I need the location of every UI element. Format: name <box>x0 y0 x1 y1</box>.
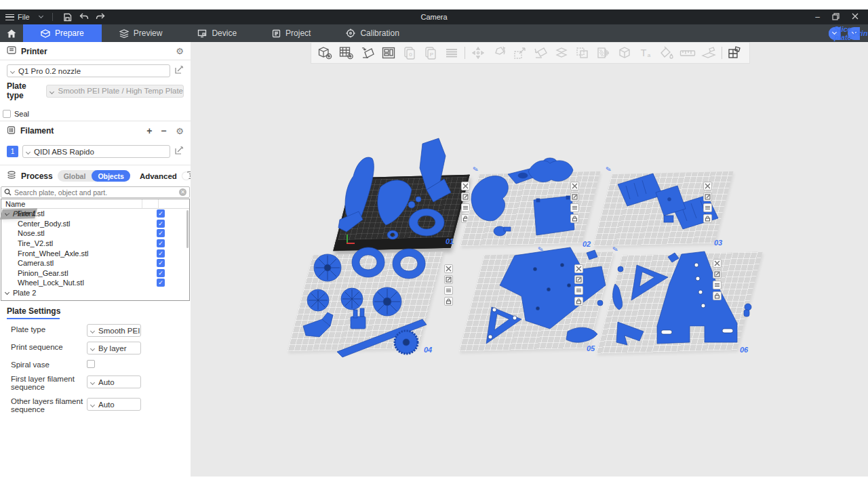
printer-settings-gear-icon[interactable]: ⚙ <box>176 46 184 56</box>
plate-03-edit-icon[interactable]: ✎ <box>605 165 612 173</box>
search-input[interactable] <box>14 188 176 197</box>
search-bar[interactable]: ✕ <box>1 186 190 198</box>
add-filament-button[interactable]: + <box>144 125 154 136</box>
plate-03-label[interactable]: 03 <box>714 239 722 247</box>
save-icon[interactable] <box>62 12 73 22</box>
ps-first-layer-select[interactable]: Auto <box>87 375 141 388</box>
process-mode-global[interactable]: Global <box>58 172 92 180</box>
seal-checkbox[interactable] <box>3 110 11 118</box>
delete-plate-icon[interactable] <box>713 259 722 268</box>
remove-filament-button[interactable]: − <box>159 125 168 136</box>
edit-filament-icon[interactable] <box>174 146 184 157</box>
edit-plate-icon[interactable] <box>570 192 579 201</box>
lock-plate-icon[interactable] <box>703 214 712 223</box>
restore-button[interactable] <box>832 13 840 22</box>
add-plate-icon[interactable] <box>338 45 355 61</box>
printable-checkbox[interactable]: ✓ <box>157 279 165 287</box>
plate-04-label[interactable]: 04 <box>424 346 432 354</box>
plate-02-label[interactable]: 02 <box>583 240 591 248</box>
printable-checkbox[interactable]: ✓ <box>157 229 165 237</box>
advanced-label: Advanced <box>140 172 177 180</box>
ps-print-sequence-select[interactable]: By layer <box>87 342 141 354</box>
tree-row[interactable]: Wheel_Lock_Nut.stl ✓ <box>1 278 189 288</box>
filament-slot-badge[interactable]: 1 <box>7 146 18 157</box>
tree-row[interactable]: Camera.stl ✓ <box>1 258 189 268</box>
tree-row[interactable]: Center_Body.stl ✓ <box>1 219 189 229</box>
edit-plate-icon[interactable] <box>574 275 583 284</box>
plate-05-edit-icon[interactable]: ✎ <box>537 245 544 253</box>
tree-scrollbar[interactable] <box>186 210 189 248</box>
plate-05-bed[interactable] <box>459 252 614 352</box>
home-button[interactable] <box>0 24 23 42</box>
printable-checkbox[interactable]: ✓ <box>157 209 165 218</box>
slice-plate-button[interactable]: Slice plate <box>829 27 841 40</box>
process-mode-objects[interactable]: Objects <box>92 170 130 182</box>
3d-viewport[interactable]: 0 P Ta <box>191 42 868 476</box>
undo-icon[interactable] <box>79 12 90 22</box>
delete-plate-icon[interactable] <box>570 182 579 190</box>
edit-plate-icon[interactable] <box>444 275 453 284</box>
plate-05-label[interactable]: 05 <box>587 344 595 352</box>
tree-row[interactable]: Front_Wheel_Axle.stl ✓ <box>1 248 189 258</box>
assembly-view-icon[interactable] <box>726 45 743 61</box>
tab-device[interactable]: Device <box>180 24 254 42</box>
redo-icon[interactable] <box>95 12 106 22</box>
file-menu-chevron-icon[interactable] <box>39 14 43 18</box>
auto-orient-icon[interactable] <box>359 45 376 61</box>
lock-plate-icon[interactable] <box>570 214 579 223</box>
close-button[interactable] <box>852 13 859 21</box>
filament-settings-gear-icon[interactable]: ⚙ <box>176 126 184 136</box>
plate-06-edit-icon[interactable]: ✎ <box>612 245 618 253</box>
clear-search-icon[interactable]: ✕ <box>179 188 186 196</box>
tree-row-label: Camera.stl <box>18 259 54 267</box>
edit-plate-icon[interactable] <box>703 192 712 201</box>
tab-preview[interactable]: Preview <box>102 24 180 42</box>
plate-01-label[interactable]: 01 <box>446 237 454 245</box>
printable-checkbox[interactable]: ✓ <box>157 239 165 247</box>
plate-settings-icon[interactable] <box>703 203 712 212</box>
collapse-chevron-icon[interactable] <box>5 290 9 295</box>
delete-plate-icon[interactable] <box>461 182 470 190</box>
tree-row-plate2[interactable]: Plate 2 <box>1 288 189 298</box>
plate-settings-icon[interactable] <box>570 203 579 212</box>
edit-printer-icon[interactable] <box>174 65 184 77</box>
tree-row[interactable]: Pinion_Gear.stl ✓ <box>1 268 189 279</box>
delete-plate-icon[interactable] <box>574 264 583 273</box>
file-menu[interactable]: File <box>5 13 30 21</box>
printer-preset-select[interactable]: Q1 Pro 0.2 nozzle <box>7 64 170 77</box>
printable-checkbox[interactable]: ✓ <box>157 220 165 228</box>
filament-preset-select[interactable]: QIDI ABS Rapido <box>22 145 170 158</box>
tab-project[interactable]: Project <box>254 24 328 42</box>
printable-checkbox[interactable]: ✓ <box>157 269 165 277</box>
plate-02-edit-icon[interactable]: ✎ <box>472 165 479 173</box>
plate-04-bed[interactable] <box>288 252 443 352</box>
tree-row[interactable]: Tire_V2.stl ✓ <box>1 239 189 249</box>
tab-prepare[interactable]: Prepare <box>23 24 102 42</box>
lock-plate-icon[interactable] <box>574 297 583 306</box>
plate-settings-icon[interactable] <box>713 281 722 289</box>
process-mode-toggle[interactable]: Global Objects <box>58 170 130 182</box>
plate-02-bed[interactable] <box>460 171 601 247</box>
tree-row[interactable]: Nose.stl ✓ <box>1 228 189 239</box>
arrange-icon[interactable] <box>380 45 397 61</box>
spiral-vase-checkbox[interactable] <box>87 360 95 368</box>
plate-06-bed[interactable] <box>596 251 762 353</box>
delete-plate-icon[interactable] <box>703 182 712 190</box>
minimize-button[interactable]: – <box>815 13 820 21</box>
lock-plate-icon[interactable] <box>444 297 453 306</box>
ps-plate-type-select[interactable]: Smooth PEI ... <box>87 324 141 337</box>
edit-plate-icon[interactable] <box>461 192 470 201</box>
delete-plate-icon[interactable] <box>444 264 453 273</box>
printable-checkbox[interactable]: ✓ <box>157 259 165 267</box>
plate-settings-icon[interactable] <box>574 286 583 295</box>
printable-checkbox[interactable]: ✓ <box>157 249 165 258</box>
plate-settings-icon[interactable] <box>444 286 453 295</box>
tree-row[interactable]: Front.stl ✓ <box>1 209 189 219</box>
plate-03-bed[interactable] <box>593 171 734 247</box>
tab-calibration[interactable]: Calibration <box>328 24 416 42</box>
plate-06-label[interactable]: 06 <box>740 346 748 354</box>
edit-plate-icon[interactable] <box>713 270 722 279</box>
ps-other-layers-select[interactable]: Auto <box>87 398 141 411</box>
lock-plate-icon[interactable] <box>713 291 722 300</box>
add-model-icon[interactable] <box>317 45 334 61</box>
